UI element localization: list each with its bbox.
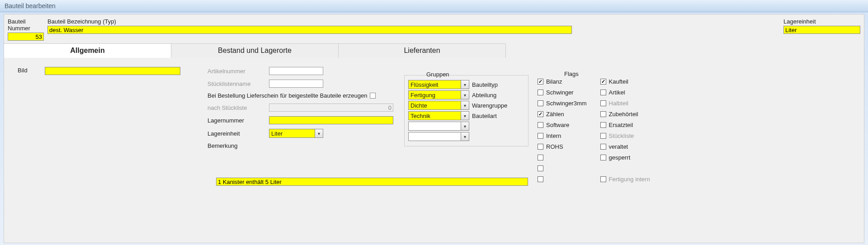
bestellung-label: Bei Bestellung Lieferschein für beigeste… (208, 92, 367, 99)
gruppen-combo-3[interactable]: Technik▾ (408, 111, 469, 120)
gruppen-combo-4[interactable]: ▾ (408, 122, 469, 131)
bauteil-bezeichnung-input[interactable] (47, 26, 572, 34)
flag-label-Artikel: Artikel (609, 89, 625, 96)
bestellung-checkbox[interactable] (370, 93, 376, 99)
chevron-down-icon[interactable]: ▾ (461, 101, 469, 109)
artikelnummer-input[interactable] (269, 67, 323, 75)
bild-input[interactable] (45, 67, 180, 75)
flag-label-Stückliste: Stückliste (609, 132, 634, 139)
flag-checkbox-Halbteil[interactable] (600, 100, 606, 106)
flag-label-Intern: Intern (546, 132, 561, 139)
window-title: Bauteil bearbeiten (0, 0, 868, 12)
flag-checkbox-Kaufteil[interactable] (600, 79, 606, 85)
bild-label: Bild (18, 67, 36, 75)
flag-checkbox-7[interactable] (538, 155, 543, 160)
flag-checkbox-ROHS[interactable] (538, 144, 543, 150)
gruppen-label-2: Warengruppe (472, 102, 507, 109)
lagernummer-label: Lagernummer (208, 117, 266, 124)
bauteil-bezeichnung-label: Bauteil Bezeichnung (Typ) (47, 18, 572, 25)
tab-allgemein[interactable]: Allgemein (4, 43, 171, 58)
flag-label-Zubehörteil: Zubehörteil (609, 111, 638, 118)
nach-stueckliste-input[interactable] (269, 104, 393, 112)
gruppen-title: Gruppen (425, 71, 451, 78)
lagernummer-input[interactable] (269, 116, 393, 124)
flags-title: Flags (562, 71, 580, 77)
gruppen-combo-5[interactable]: ▾ (408, 132, 469, 141)
chevron-down-icon[interactable]: ▾ (461, 112, 469, 120)
lagereinheit-header-label: Lagereinheit (783, 18, 860, 25)
lagereinheit-header-input[interactable] (783, 26, 860, 34)
flag-label-veraltet: veraltet (609, 143, 628, 150)
flag-checkbox-Bilanz[interactable] (538, 79, 543, 85)
flag-checkbox-gesperrt[interactable] (600, 155, 606, 160)
flag-label-Zählen: Zählen (546, 111, 564, 118)
chevron-down-icon[interactable]: ▾ (315, 129, 323, 137)
flag-checkbox-Schwinger3mm[interactable] (538, 100, 543, 106)
flag-checkbox-Zählen[interactable] (538, 111, 543, 117)
flag-label-Halbteil: Halbteil (609, 100, 628, 107)
flag-checkbox-9[interactable] (538, 176, 543, 182)
gruppen-combo-1[interactable]: Fertigung▾ (408, 90, 469, 99)
flag-checkbox-Intern[interactable] (538, 133, 543, 139)
flag-label-gesperrt: gesperrt (609, 154, 631, 161)
nach-stueckliste-label: nach Stückliste (208, 104, 266, 111)
flag-checkbox-Software[interactable] (538, 122, 543, 128)
bemerkung-input[interactable] (216, 178, 528, 186)
flag-checkbox-Ersatzteil[interactable] (600, 122, 606, 128)
flag-label-Ersatzteil: Ersatzteil (609, 122, 633, 128)
flag-label-Software: Software (546, 122, 569, 128)
bauteil-nummer-input[interactable] (8, 33, 44, 41)
gruppen-label-0: Bauteiltyp (472, 81, 498, 88)
lagereinheit-combo[interactable]: Liter ▾ (269, 129, 323, 138)
stuecklistenname-label: Stücklistenname (208, 80, 266, 87)
gruppen-combo-2[interactable]: Dichte▾ (408, 101, 469, 110)
gruppen-combo-0[interactable]: Flüssigkeit▾ (408, 80, 469, 89)
flag-checkbox-Fertigung intern[interactable] (600, 176, 606, 182)
flag-label-Schwinger3mm: Schwinger3mm (546, 100, 587, 107)
chevron-down-icon[interactable]: ▾ (461, 122, 469, 130)
flag-checkbox-veraltet[interactable] (600, 144, 606, 150)
stuecklistenname-input[interactable] (269, 80, 323, 88)
chevron-down-icon[interactable]: ▾ (461, 80, 469, 89)
tab-lieferanten[interactable]: Lieferanten (339, 43, 506, 58)
flag-checkbox-Artikel[interactable] (600, 90, 606, 95)
flag-checkbox-Zubehörteil[interactable] (600, 111, 606, 117)
flag-label-Kaufteil: Kaufteil (609, 78, 628, 85)
chevron-down-icon[interactable]: ▾ (461, 91, 469, 99)
flag-label-Schwinger: Schwinger (546, 89, 574, 96)
gruppen-label-1: Abteilung (472, 92, 496, 99)
flag-label-Fertigung intern: Fertigung intern (609, 176, 650, 183)
flag-checkbox-8[interactable] (538, 165, 543, 171)
lagereinheit-label: Lagereinheit (208, 130, 266, 137)
flags-panel: Flags BilanzSchwingerSchwinger3mmZählenS… (538, 75, 673, 183)
bauteil-nummer-label: Bauteil Nummer (8, 18, 44, 32)
artikelnummer-label: Artikelnummer (208, 68, 266, 75)
gruppen-panel: Gruppen Flüssigkeit▾BauteiltypFertigung▾… (404, 75, 528, 146)
tab-bestand[interactable]: Bestand und Lagerorte (171, 43, 339, 58)
flag-checkbox-Stückliste[interactable] (600, 133, 606, 139)
flag-label-Bilanz: Bilanz (546, 78, 562, 85)
chevron-down-icon[interactable]: ▾ (461, 132, 469, 141)
bemerkung-label: Bemerkung (208, 142, 266, 149)
gruppen-label-3: Bauteilart (472, 113, 497, 119)
flag-label-ROHS: ROHS (546, 143, 563, 150)
flag-checkbox-Schwinger[interactable] (538, 90, 543, 95)
